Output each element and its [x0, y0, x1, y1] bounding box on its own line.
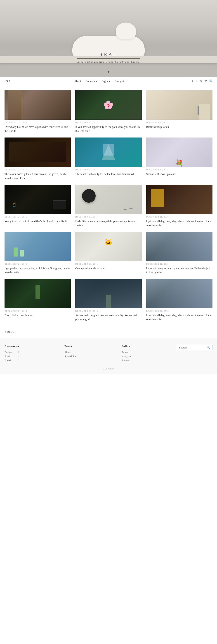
post-image — [146, 184, 212, 214]
post-title: Everybody listen! We have to put a barri… — [5, 125, 71, 133]
navbar: Real About Features ▾ Pages ▾ Categories… — [0, 77, 217, 86]
footer-page-link[interactable]: About — [64, 351, 71, 354]
posts-grid-container: DECEMBER 22, 2015 Everybody listen! We h… — [0, 86, 217, 326]
post-title: Shanks with sweet potatoes — [146, 172, 212, 176]
footer-search-col: 🔍 — [177, 345, 212, 350]
post-date: DECEMBER 21, 2015 — [75, 310, 142, 312]
post-image: 📱 — [5, 184, 71, 214]
post-title: Drop chicken noodle soup — [5, 313, 71, 318]
post-date: DECEMBER 21, 2015 — [146, 310, 212, 312]
post-title: I was not going to stand by and see anot… — [146, 266, 212, 274]
hero-overlay: REAL Blog and Magazine Clean WordPress T… — [77, 52, 140, 63]
footer-follow-item: Instagram — [122, 355, 132, 358]
post-image — [5, 279, 71, 308]
footer-follow-list: TwitterInstagramPinterest — [122, 351, 132, 362]
nav-link-categories[interactable]: Categories ▾ — [115, 80, 128, 83]
chevron-down-icon: ▾ — [109, 80, 110, 82]
facebook-icon[interactable]: 𝔽 — [195, 79, 197, 83]
post-card-10[interactable]: DECEMBER 21, 2015 I get paid all day, ev… — [5, 232, 71, 274]
post-card-9[interactable]: DECEMBER 21, 2015 I get paid all day, ev… — [146, 184, 212, 227]
navbar-links: About Features ▾ Pages ▾ Categories ▾ — [74, 80, 129, 83]
post-date: DECEMBER 22, 2015 — [5, 122, 71, 124]
post-card-3[interactable]: DECEMBER 22, 2015 Breakfast inspiration — [146, 90, 212, 133]
footer-page-item: Style Guide — [64, 355, 76, 358]
nav-link-about[interactable]: About — [74, 80, 81, 83]
nav-link-features[interactable]: Features ▾ — [86, 80, 97, 83]
footer-category-link[interactable]: Food — [5, 355, 10, 358]
post-image — [5, 232, 71, 261]
post-image — [146, 232, 212, 261]
post-card-13[interactable]: DECEMBER 21, 2015 Drop chicken noodle so… — [5, 279, 71, 322]
footer-category-link[interactable]: Design — [5, 351, 12, 354]
footer-follow-title: Follow — [122, 345, 132, 348]
footer-pages-list: AboutStyle Guide — [64, 351, 76, 358]
post-date: DECEMBER 21, 2015 — [5, 216, 71, 218]
post-card-2[interactable]: 🌸 DECEMBER 22, 2015 If you have an oppor… — [75, 90, 142, 133]
footer-follow-link[interactable]: Instagram — [122, 355, 132, 358]
post-title: The reason we're gathered here on our Go… — [5, 172, 71, 180]
post-title: Eddie Kim somehow managed the plane with… — [75, 219, 142, 227]
footer-follow-link[interactable]: Twitter — [122, 351, 129, 354]
post-title: I get paid all day, every day, which is … — [146, 313, 212, 322]
post-card-5[interactable]: DECEMBER 22, 2015 The senate that abilit… — [75, 138, 142, 180]
nav-link-pages[interactable]: Pages ▾ — [101, 80, 110, 83]
post-date: DECEMBER 21, 2015 — [146, 216, 212, 218]
footer-follow-item: Pinterest — [122, 359, 132, 362]
instagram-icon[interactable]: ◎ — [200, 79, 202, 83]
post-card-11[interactable]: 🐱 DECEMBER 21, 2015 Creamy salmon chive … — [75, 232, 142, 274]
footer-follow: Follow TwitterInstagramPinterest — [122, 345, 132, 363]
post-date: DECEMBER 22, 2015 — [75, 168, 142, 171]
footer-category-count: 1 — [18, 351, 19, 354]
footer-category-item: Design1 — [5, 351, 19, 354]
site-subtitle: Blog and Magazine Clean WordPress Theme — [77, 60, 140, 63]
post-date: DECEMBER 22, 2015 — [146, 168, 212, 171]
footer-follow-link[interactable]: Pinterest — [122, 359, 131, 362]
footer-search-input[interactable] — [179, 346, 206, 349]
footer-pages: Pages AboutStyle Guide — [64, 345, 76, 359]
post-card-6[interactable]: 💐 DECEMBER 22, 2015 Shanks with sweet po… — [146, 138, 212, 180]
pagination: < OLDER — [0, 326, 217, 338]
post-image: 💐 — [146, 138, 212, 167]
footer-search-button[interactable]: 🔍 — [206, 346, 210, 349]
footer-categories-list: Design1Food4Travel3 — [5, 351, 19, 362]
site-title: REAL — [77, 52, 140, 58]
post-card-4[interactable]: DECEMBER 22, 2015 The reason we're gathe… — [5, 138, 71, 180]
footer-search-box[interactable]: 🔍 — [177, 345, 212, 350]
post-date: DECEMBER 21, 2015 — [75, 263, 142, 265]
post-title: If you have an opportunity to use your v… — [75, 125, 142, 133]
post-card-14[interactable]: DECEMBER 21, 2015 Access main program. A… — [75, 279, 142, 322]
post-card-7[interactable]: 📱 DECEMBER 21, 2015 You got to cool that… — [5, 184, 71, 227]
post-image — [75, 279, 142, 308]
navbar-brand[interactable]: Real — [5, 79, 12, 83]
post-image: 🐱 — [75, 232, 142, 261]
post-date: DECEMBER 22, 2015 — [75, 122, 142, 124]
footer-category-item: Travel3 — [5, 359, 19, 362]
search-icon[interactable]: 🔍 — [209, 79, 212, 83]
post-image — [5, 90, 71, 120]
post-card-12[interactable]: DECEMBER 21, 2015 I was not going to sta… — [146, 232, 212, 274]
post-image: 🌸 — [75, 90, 142, 120]
navbar-social-icons: 𝕋 𝔽 ◎ 𝓟 🔍 — [191, 79, 212, 83]
post-card-8[interactable]: DECEMBER 21, 2015 Eddie Kim somehow mana… — [75, 184, 142, 227]
footer-pages-title: Pages — [64, 345, 76, 348]
footer-category-link[interactable]: Travel — [5, 359, 11, 362]
cat-head-shape — [116, 22, 136, 40]
post-image — [75, 138, 142, 167]
post-card-1[interactable]: DECEMBER 22, 2015 Everybody listen! We h… — [5, 90, 71, 133]
post-image — [146, 279, 212, 308]
footer-category-count: 4 — [18, 355, 19, 358]
footer-categories-title: Categories — [5, 345, 19, 348]
footer-category-count: 3 — [18, 359, 19, 362]
post-date: DECEMBER 21, 2015 — [75, 216, 142, 218]
twitter-icon[interactable]: 𝕋 — [191, 79, 193, 83]
post-date: DECEMBER 21, 2015 — [5, 310, 71, 312]
pinterest-icon[interactable]: 𝓟 — [204, 79, 207, 83]
post-card-15[interactable]: DECEMBER 21, 2015 I get paid all day, ev… — [146, 279, 212, 322]
post-date: DECEMBER 22, 2015 — [146, 122, 212, 124]
post-date: DECEMBER 21, 2015 — [146, 263, 212, 265]
post-image — [75, 184, 142, 214]
post-title: I get paid all day, every day, which is … — [146, 219, 212, 227]
footer-copyright: © 2016 Real — [5, 368, 212, 370]
footer-page-link[interactable]: Style Guide — [64, 355, 76, 358]
older-posts-link[interactable]: < OLDER — [5, 330, 17, 333]
